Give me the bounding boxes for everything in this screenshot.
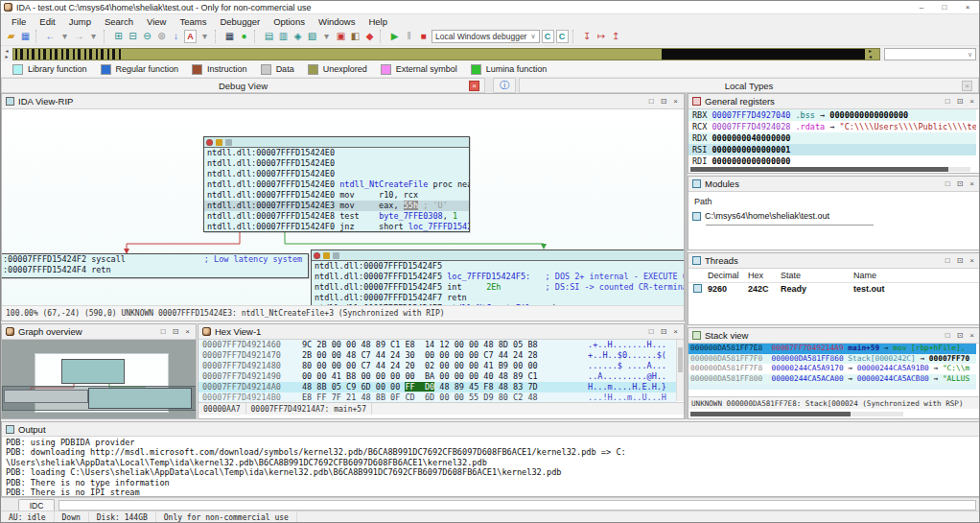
module-row[interactable]: C:\msys64\home\sheliak\test.out bbox=[692, 211, 829, 221]
tab-local-types[interactable]: Local Types × bbox=[519, 78, 979, 93]
disassembly-line[interactable]: ntdll.dll:00007FFFD15424F5 int 2Eh ; DS:… bbox=[312, 282, 684, 293]
tab-debug-view[interactable]: Debug View × bbox=[1, 78, 485, 93]
float-icon[interactable]: ⊡ bbox=[661, 327, 667, 336]
restore-icon[interactable]: □ bbox=[945, 256, 950, 265]
node-edit-icon[interactable] bbox=[323, 252, 330, 259]
stack-list[interactable]: 000000DA581FF7E8 00007FF7D49214A9 main+5… bbox=[688, 344, 976, 391]
navband-combobox[interactable]: ∨ bbox=[884, 48, 976, 60]
graph-canvas[interactable]: ntdll.dll:00007FFFD15424E0ntdll.dll:0000… bbox=[2, 109, 684, 305]
close-icon[interactable]: × bbox=[673, 327, 678, 336]
minimize-button[interactable]: – bbox=[910, 1, 933, 13]
modules-header[interactable]: Modules □ ⊡ × bbox=[688, 177, 980, 192]
menu-item-search[interactable]: Search bbox=[98, 16, 140, 27]
restore-icon[interactable]: □ bbox=[649, 327, 654, 336]
segments-window-button[interactable]: ⊖ bbox=[141, 30, 153, 43]
save-button[interactable]: ▦ bbox=[19, 30, 32, 43]
graph-node-syscall[interactable]: :00007FFFD15424F2 syscall ; Low latency … bbox=[2, 253, 309, 278]
node-color-icon[interactable] bbox=[206, 139, 213, 146]
step-over-button[interactable]: ↦ bbox=[595, 30, 608, 43]
graph-overview-header[interactable]: Graph overview □ ⊡ × bbox=[2, 324, 196, 340]
back-dropdown[interactable]: ▾ bbox=[58, 30, 71, 43]
regions-dropdown[interactable]: ▾ bbox=[320, 30, 333, 43]
restore-icon[interactable]: □ bbox=[945, 179, 950, 188]
scrollbar-thumb[interactable] bbox=[690, 412, 851, 416]
module-list-button[interactable]: ▥ bbox=[277, 30, 290, 43]
disassembly-line[interactable]: ntdll.dll:00007FFFD15424E3 mov eax, 55h … bbox=[204, 201, 469, 211]
stack-view-header[interactable]: Stack view □ ⊡ × bbox=[688, 328, 980, 344]
stack-row[interactable]: 000000DA581FF800 00000244CA5ACA00 → 0000… bbox=[688, 374, 976, 385]
close-button[interactable]: × bbox=[956, 1, 979, 13]
jump-button[interactable]: ↓ bbox=[170, 30, 182, 43]
register-row[interactable]: RDX 0000000040000000 bbox=[688, 132, 976, 144]
disassembly-line[interactable]: ntdll.dll:00007FFFD15424F5 loc_7FFFD1542… bbox=[312, 272, 684, 282]
disassembly-line[interactable]: ntdll.dll:00007FFFD15424F0 jnz short loc… bbox=[204, 222, 469, 232]
float-icon[interactable]: ⊡ bbox=[173, 327, 179, 336]
close-icon[interactable]: × bbox=[673, 97, 678, 106]
float-icon[interactable]: ⊡ bbox=[957, 256, 964, 265]
thread-row[interactable]: 9260 242C Ready test.out bbox=[688, 284, 980, 297]
stack-horizontal-scrollbar[interactable] bbox=[690, 412, 903, 416]
menu-item-view[interactable]: View bbox=[140, 16, 173, 27]
threads-header[interactable]: Threads □ ⊡ × bbox=[688, 253, 980, 269]
graph-overview-canvas[interactable] bbox=[2, 340, 196, 418]
process-options-button[interactable]: ▣ bbox=[335, 30, 347, 43]
hex-row[interactable]: 00007FF7D49214A048 8B 05 C9 6D 00 00 FF … bbox=[198, 382, 676, 392]
menu-item-file[interactable]: File bbox=[5, 16, 33, 27]
lumina-button[interactable]: ● bbox=[238, 30, 250, 43]
hex-dump[interactable]: 00007FF7D49214609C 2B 00 00 48 89 C1 E8 … bbox=[198, 340, 676, 403]
forward-dropdown[interactable]: ▾ bbox=[87, 30, 100, 43]
disassembly-line[interactable]: ntdll.dll:00007FFFD15424E0 bbox=[204, 158, 469, 169]
functions-window-button[interactable]: ⊞ bbox=[112, 30, 125, 43]
idc-command-input[interactable] bbox=[58, 500, 976, 511]
text-search-button[interactable]: A bbox=[184, 30, 197, 43]
pause-process-button[interactable]: ‖ bbox=[403, 30, 415, 43]
stack-row[interactable]: 000000DA581FF7F0 000000DA581FF860 Stack[… bbox=[688, 354, 976, 365]
registers-header[interactable]: General registers □ ⊡ × bbox=[688, 94, 980, 109]
disassembly-line[interactable]: ntdll.dll:00007FFFD15424E8 test byte_7FF… bbox=[204, 211, 469, 222]
stack-row[interactable]: 000000DA581FF7F8 00000244CA5A9170 → 0000… bbox=[688, 364, 976, 374]
open-file-button[interactable]: ▰ bbox=[5, 30, 17, 43]
breakpoint-list-button[interactable]: ▤ bbox=[263, 30, 275, 43]
scrollbar-thumb[interactable] bbox=[690, 167, 948, 172]
register-list[interactable]: RBX 00007FF7D4927040 .bss → 000000000000… bbox=[688, 109, 976, 165]
float-icon[interactable]: ⊡ bbox=[957, 331, 964, 340]
col-name[interactable]: Name bbox=[853, 271, 876, 280]
stack-row[interactable]: 000000DA581FF7E8 00007FF7D49214A9 main+5… bbox=[688, 344, 976, 354]
tab-info-mini[interactable]: ⓘ bbox=[493, 78, 516, 93]
col-state[interactable]: State bbox=[781, 271, 801, 280]
disassembly-line[interactable]: :00007FFFD15424F4 retn bbox=[2, 265, 308, 275]
ida-view-header[interactable]: IDA View-RIP □ ⊡ × bbox=[2, 94, 684, 109]
float-icon[interactable]: ⊡ bbox=[957, 97, 964, 106]
run-to-cursor-c-button[interactable]: C bbox=[542, 30, 554, 43]
restore-icon[interactable]: □ bbox=[161, 327, 166, 336]
navband-right-arrows[interactable]: ▸◂ bbox=[869, 49, 872, 59]
registers-horizontal-scrollbar[interactable] bbox=[690, 167, 970, 172]
tab-close-icon[interactable]: × bbox=[469, 81, 479, 91]
node-edit-icon[interactable] bbox=[216, 139, 222, 146]
node-color-icon[interactable] bbox=[314, 252, 320, 259]
close-icon[interactable]: × bbox=[969, 256, 974, 265]
stop-process-button[interactable]: ■ bbox=[417, 30, 430, 43]
start-process-button[interactable]: ▶ bbox=[388, 30, 401, 43]
node-collapse-icon[interactable] bbox=[225, 139, 232, 146]
navigator-button[interactable]: ▦ bbox=[223, 30, 236, 43]
close-icon[interactable]: × bbox=[969, 97, 974, 106]
hex-row[interactable]: 00007FF7D49214609C 2B 00 00 48 89 C1 E8 … bbox=[198, 340, 676, 350]
hex-view-header[interactable]: Hex View-1 □ ⊡ × bbox=[198, 324, 684, 340]
disassembly-line[interactable]: ntdll.dll:00007FFFD15424E0 mov r10, rcx bbox=[204, 190, 469, 201]
step-out-button[interactable]: ↥ bbox=[610, 30, 622, 43]
run-until-return-c-button[interactable]: C bbox=[556, 30, 569, 43]
close-icon[interactable]: × bbox=[185, 327, 190, 336]
node-collapse-icon[interactable] bbox=[333, 252, 339, 259]
snapshot-button[interactable]: ◧ bbox=[349, 30, 362, 43]
disassembly-line[interactable]: ntdll.dll:00007FFFD15424E0 bbox=[204, 169, 469, 179]
navigate-forward-button[interactable]: → bbox=[73, 30, 85, 43]
names-window-button[interactable]: ⊟ bbox=[127, 30, 139, 43]
menu-item-windows[interactable]: Windows bbox=[312, 16, 362, 27]
menu-item-teams[interactable]: Teams bbox=[173, 16, 213, 27]
float-icon[interactable]: ⊡ bbox=[957, 179, 964, 188]
overview-viewport[interactable] bbox=[2, 386, 196, 411]
menu-item-debugger[interactable]: Debugger bbox=[213, 16, 267, 27]
navband-left-arrows[interactable]: ◂▸ bbox=[1, 48, 12, 59]
hex-row[interactable]: 00007FF7D49214702B 00 00 48 C7 44 24 30 … bbox=[198, 350, 676, 361]
